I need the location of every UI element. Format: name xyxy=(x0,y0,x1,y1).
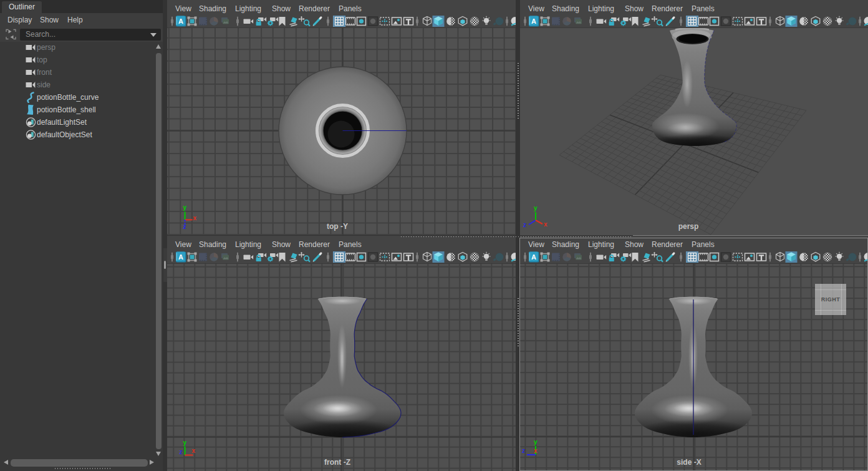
svg-text:x: x xyxy=(534,447,538,454)
svg-text:x: x xyxy=(192,447,196,454)
svg-text:x: x xyxy=(544,221,547,228)
svg-text:y: y xyxy=(183,439,187,446)
svg-text:z: z xyxy=(183,223,186,230)
svg-text:y: y xyxy=(534,205,538,211)
svg-text:z: z xyxy=(523,221,526,228)
svg-text:y: y xyxy=(183,204,187,211)
svg-text:z: z xyxy=(522,447,525,454)
svg-text:z: z xyxy=(180,449,183,455)
svg-text:y: y xyxy=(534,439,538,445)
svg-text:x: x xyxy=(193,215,197,221)
